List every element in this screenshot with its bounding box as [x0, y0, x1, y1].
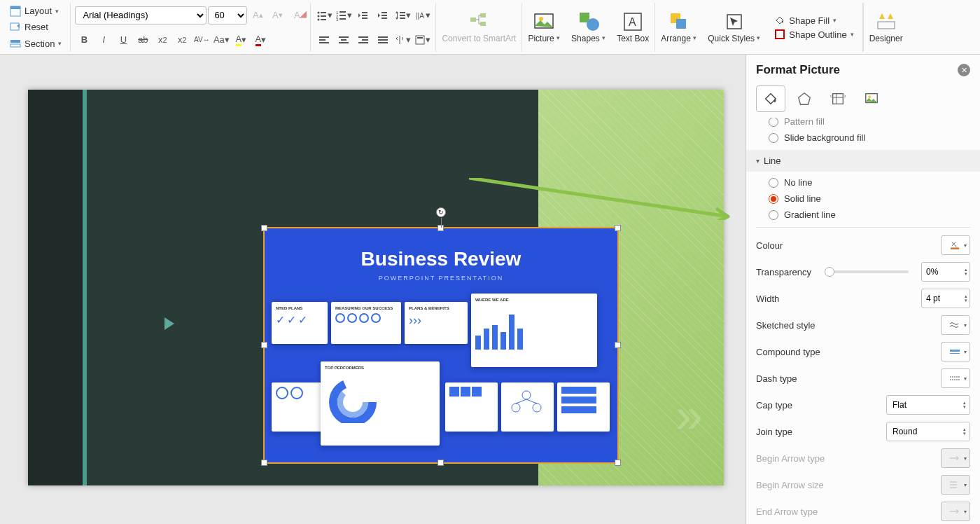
reset-button[interactable]: Reset — [6, 20, 66, 34]
slide-canvas[interactable]: » Business Review POWERPOINT PRESENTATIO… — [0, 55, 746, 524]
decrease-font-button[interactable]: A▾ — [268, 6, 286, 25]
slide-bg-fill-radio[interactable]: Slide background fill — [756, 130, 970, 146]
arrange-button[interactable]: Arrange ▾ — [655, 3, 702, 52]
textbox-button[interactable]: A Text Box — [611, 3, 654, 52]
svg-rect-2 — [10, 23, 19, 30]
svg-rect-12 — [340, 11, 346, 13]
size-tab[interactable] — [823, 85, 853, 112]
shape-fill-button[interactable]: Shape Fill▾ — [770, 13, 858, 27]
strikethrough-button[interactable]: ab — [134, 31, 152, 49]
svg-point-9 — [317, 18, 319, 20]
picture-tab[interactable] — [857, 85, 886, 112]
picture-button[interactable]: Picture ▾ — [522, 3, 566, 52]
svg-point-58 — [522, 391, 531, 399]
decrease-indent-button[interactable] — [354, 6, 372, 25]
picture-icon — [533, 11, 555, 33]
increase-indent-button[interactable] — [374, 6, 392, 25]
panel-title: Format Picture — [756, 63, 840, 77]
transparency-slider[interactable] — [825, 270, 909, 273]
convert-smartart-button[interactable]: Convert to SmartArt — [436, 3, 522, 52]
join-label: Join type — [756, 427, 792, 437]
superscript-button[interactable]: x2 — [153, 31, 172, 49]
arrange-icon — [668, 11, 690, 33]
layout-button[interactable]: Layout▾ — [6, 4, 66, 18]
width-input[interactable]: 4 pt — [921, 289, 970, 308]
cap-type-select[interactable]: Flat — [886, 395, 970, 415]
align-text-vertical-button[interactable]: ▾ — [413, 31, 431, 49]
solid-line-radio[interactable]: Solid line — [756, 191, 970, 207]
arrange-label: Arrange — [661, 34, 691, 43]
picture-title: Business Review — [265, 248, 617, 270]
pattern-fill-radio[interactable]: Pattern fill — [756, 118, 970, 130]
end-arrow-type-label: End Arrow type — [756, 506, 818, 517]
svg-rect-19 — [362, 18, 368, 19]
svg-rect-41 — [417, 37, 423, 39]
dash-picker[interactable] — [941, 368, 970, 388]
fill-line-tab[interactable] — [756, 85, 785, 112]
text-direction-button[interactable]: ||A▾ — [413, 6, 431, 25]
highlight-button[interactable]: A▾ — [232, 31, 250, 49]
bold-button[interactable]: B — [75, 31, 93, 49]
align-left-button[interactable] — [315, 31, 333, 49]
shapes-button[interactable]: Shapes ▾ — [566, 3, 611, 52]
svg-rect-34 — [358, 36, 368, 38]
shapes-icon — [578, 11, 600, 33]
smartart-icon — [468, 11, 490, 33]
effects-tab[interactable] — [790, 85, 819, 112]
svg-rect-66 — [950, 353, 960, 354]
svg-rect-37 — [378, 36, 388, 38]
numbering-button[interactable]: 123▾ — [335, 6, 353, 25]
bullets-button[interactable]: ▾ — [315, 6, 333, 25]
font-size-select[interactable]: 60 — [208, 6, 247, 25]
align-center-button[interactable] — [335, 31, 353, 49]
width-label: Width — [756, 294, 779, 304]
reset-icon — [10, 22, 21, 33]
line-section-toggle[interactable]: ▾Line — [746, 150, 980, 172]
font-family-select[interactable]: Arial (Headings) — [75, 6, 206, 25]
underline-button[interactable]: U — [114, 31, 132, 49]
increase-font-button[interactable]: A▴ — [248, 6, 267, 25]
sketched-label: Sketched style — [756, 320, 816, 331]
compound-picker[interactable] — [941, 342, 970, 361]
transparency-label: Transparency — [756, 267, 811, 277]
end-arrow-type-picker — [941, 502, 970, 521]
change-case-button[interactable]: Aa▾ — [212, 31, 230, 49]
line-spacing-button[interactable]: ▾ — [393, 6, 412, 25]
svg-rect-35 — [362, 39, 368, 41]
svg-rect-65 — [950, 350, 960, 352]
close-panel-button[interactable]: ✕ — [958, 64, 970, 76]
gradient-line-radio[interactable]: Gradient line — [756, 207, 970, 223]
svg-rect-14 — [340, 15, 346, 16]
svg-rect-1 — [10, 6, 20, 9]
inserted-picture[interactable]: Business Review POWERPOINT PRESENTATION … — [263, 227, 619, 464]
picture-subtitle: POWERPOINT PRESENTATION — [265, 275, 617, 282]
svg-text:3: 3 — [336, 18, 339, 21]
colour-picker[interactable] — [941, 235, 970, 255]
svg-rect-4 — [10, 44, 20, 47]
italic-button[interactable]: I — [94, 31, 113, 49]
clear-format-button[interactable]: A◢ — [288, 6, 306, 25]
columns-button[interactable]: ▾ — [393, 31, 412, 49]
sketched-picker[interactable] — [941, 315, 970, 335]
textbox-label: Text Box — [617, 34, 649, 43]
svg-rect-16 — [340, 18, 346, 20]
transparency-input[interactable]: 0% — [921, 262, 970, 282]
subscript-button[interactable]: x2 — [173, 31, 191, 49]
justify-button[interactable] — [374, 31, 392, 49]
section-button[interactable]: Section▾ — [6, 36, 66, 50]
designer-label: Designer — [869, 34, 903, 43]
font-color-button[interactable]: A▾ — [251, 31, 270, 49]
svg-rect-38 — [378, 39, 388, 41]
shape-outline-button[interactable]: Shape Outline▾ — [770, 27, 858, 41]
align-right-button[interactable] — [354, 31, 372, 49]
begin-arrow-type-picker — [941, 448, 970, 468]
join-type-select[interactable]: Round — [886, 422, 970, 441]
quick-styles-button[interactable]: Quick Styles ▾ — [702, 3, 766, 52]
char-spacing-button[interactable]: AV↔ — [192, 31, 211, 49]
svg-point-7 — [317, 15, 319, 17]
svg-rect-31 — [339, 36, 349, 38]
rotate-handle[interactable]: ↻ — [436, 207, 446, 217]
svg-point-5 — [317, 11, 319, 13]
designer-button[interactable]: Designer — [864, 3, 909, 52]
no-line-radio[interactable]: No line — [756, 174, 970, 191]
